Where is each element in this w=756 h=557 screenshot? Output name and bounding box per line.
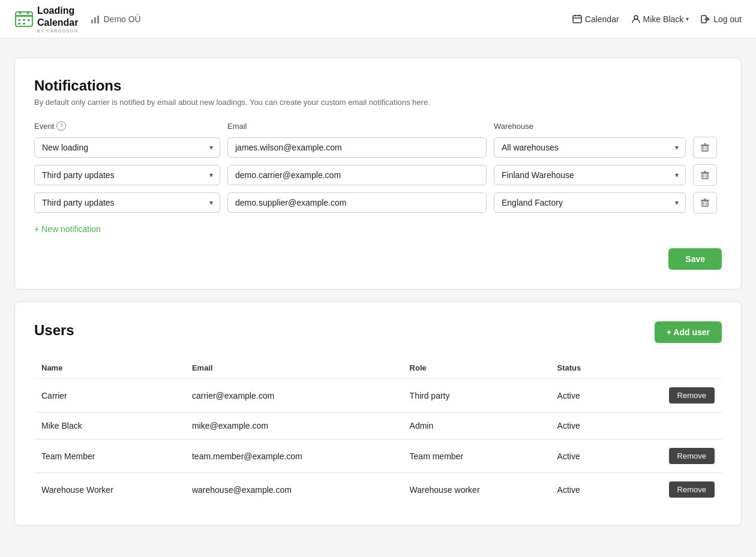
svg-rect-14 — [575, 14, 576, 16]
user-role-cell: Warehouse worker — [403, 473, 550, 507]
col-warehouse-label: Warehouse — [494, 122, 686, 131]
notification-row-1: New loading Third party updates All ware… — [34, 137, 722, 158]
svg-rect-1 — [16, 15, 32, 17]
save-button[interactable]: Save — [668, 248, 722, 270]
svg-rect-8 — [23, 23, 25, 25]
email-input-1[interactable] — [227, 137, 487, 158]
user-email-cell: mike@example.com — [185, 413, 403, 439]
event-select-1[interactable]: New loading Third party updates — [34, 137, 220, 158]
svg-rect-4 — [18, 19, 20, 21]
remove-user-button-3[interactable]: Remove — [669, 481, 715, 498]
users-table-head: Name Email Role Status — [34, 357, 722, 379]
warehouse-select-wrap-3: All warehouses Finland Warehouse England… — [494, 192, 686, 213]
svg-rect-6 — [28, 19, 30, 21]
svg-rect-15 — [578, 14, 580, 16]
svg-rect-19 — [702, 146, 708, 151]
action-col-1 — [693, 137, 722, 158]
company-icon — [91, 14, 100, 24]
user-email-cell: warehouse@example.com — [185, 473, 403, 507]
svg-rect-12 — [573, 16, 581, 23]
delete-button-1[interactable] — [693, 137, 717, 158]
email-col-1 — [227, 137, 487, 158]
col-email-label: Email — [227, 122, 487, 131]
user-action-cell — [617, 413, 722, 439]
remove-user-button-0[interactable]: Remove — [669, 387, 715, 404]
notification-row-3: New loading Third party updates All ware… — [34, 192, 722, 213]
company-name: Demo OÜ — [91, 14, 141, 24]
users-table-header-row: Name Email Role Status — [34, 357, 722, 379]
col-actions-header — [617, 357, 722, 379]
event-help-icon: ? — [56, 121, 66, 131]
user-action-cell: Remove — [617, 439, 722, 473]
warehouse-select-3[interactable]: All warehouses Finland Warehouse England… — [494, 192, 686, 213]
table-row: Carrier carrier@example.com Third party … — [34, 379, 722, 413]
svg-rect-2 — [19, 11, 21, 14]
header-left: LoadingCalendar BY CARGOSON Demo OÜ — [14, 5, 141, 32]
logo: LoadingCalendar BY CARGOSON — [14, 5, 79, 32]
svg-rect-7 — [18, 23, 20, 25]
event-select-wrap-2: New loading Third party updates — [34, 165, 220, 185]
user-role-cell: Third party — [403, 379, 550, 413]
trash-icon-1 — [700, 143, 710, 152]
add-user-button[interactable]: + Add user — [655, 321, 722, 343]
logo-text-block: LoadingCalendar BY CARGOSON — [37, 5, 79, 32]
user-name-cell: Warehouse Worker — [34, 473, 185, 507]
user-nav-chevron: ▾ — [686, 16, 689, 22]
col-role-header: Role — [403, 357, 550, 379]
col-email-header: Email — [185, 357, 403, 379]
col-name-header: Name — [34, 357, 185, 379]
svg-point-16 — [634, 16, 638, 19]
event-select-2[interactable]: New loading Third party updates — [34, 165, 220, 185]
header: LoadingCalendar BY CARGOSON Demo OÜ Cale — [0, 0, 756, 38]
notification-row-2: New loading Third party updates All ware… — [34, 164, 722, 186]
user-name-cell: Mike Black — [34, 413, 185, 439]
add-notification-button[interactable]: + New notification — [34, 224, 101, 234]
table-row: Warehouse Worker warehouse@example.com W… — [34, 473, 722, 507]
user-status-cell: Active — [550, 439, 617, 473]
warehouse-select-2[interactable]: All warehouses Finland Warehouse England… — [494, 165, 686, 185]
user-status-cell: Active — [550, 413, 617, 439]
calendar-icon — [572, 14, 582, 24]
header-nav: Calendar Mike Black ▾ Log out — [572, 14, 742, 24]
user-role-cell: Admin — [403, 413, 550, 439]
users-card-header: Users + Add user — [34, 321, 722, 343]
logout-nav-link[interactable]: Log out — [701, 14, 742, 24]
email-col-2 — [227, 165, 487, 185]
calendar-nav-link[interactable]: Calendar — [572, 14, 619, 24]
table-row: Mike Black mike@example.com Admin Active — [34, 413, 722, 439]
delete-button-3[interactable] — [693, 192, 717, 213]
user-email-cell: team.member@example.com — [185, 439, 403, 473]
user-icon — [631, 14, 641, 24]
remove-user-button-2[interactable]: Remove — [669, 448, 715, 464]
email-input-2[interactable] — [227, 165, 487, 185]
warehouse-select-1[interactable]: All warehouses Finland Warehouse England… — [494, 137, 686, 158]
delete-button-2[interactable] — [693, 164, 717, 186]
email-col-3 — [227, 192, 487, 213]
svg-rect-29 — [702, 201, 708, 206]
user-nav[interactable]: Mike Black ▾ — [631, 14, 689, 24]
main-content: Notifications By default only carrier is… — [0, 38, 756, 545]
svg-rect-5 — [23, 19, 25, 21]
email-input-3[interactable] — [227, 192, 487, 213]
notifications-header-row: Event ? Email Warehouse — [34, 121, 722, 131]
event-select-3[interactable]: New loading Third party updates — [34, 192, 220, 213]
event-select-wrap-3: New loading Third party updates — [34, 192, 220, 213]
warehouse-select-wrap-2: All warehouses Finland Warehouse England… — [494, 165, 686, 185]
save-wrap: Save — [34, 248, 722, 270]
user-nav-label: Mike Black — [643, 14, 684, 24]
col-status-header: Status — [550, 357, 617, 379]
svg-rect-11 — [97, 16, 99, 23]
logo-main-text: LoadingCalendar — [37, 5, 79, 28]
user-action-cell: Remove — [617, 473, 722, 507]
svg-rect-3 — [27, 11, 29, 14]
user-status-cell: Active — [550, 473, 617, 507]
action-col-2 — [693, 164, 722, 186]
notifications-desc: By default only carrier is notified by e… — [34, 98, 722, 107]
user-status-cell: Active — [550, 379, 617, 413]
users-card: Users + Add user Name Email Role Status … — [14, 302, 742, 526]
logo-icon — [14, 10, 34, 29]
col-event-label: Event ? — [34, 121, 220, 131]
warehouse-select-wrap-1: All warehouses Finland Warehouse England… — [494, 137, 686, 158]
event-select-wrap-1: New loading Third party updates — [34, 137, 220, 158]
logout-label: Log out — [713, 14, 742, 24]
